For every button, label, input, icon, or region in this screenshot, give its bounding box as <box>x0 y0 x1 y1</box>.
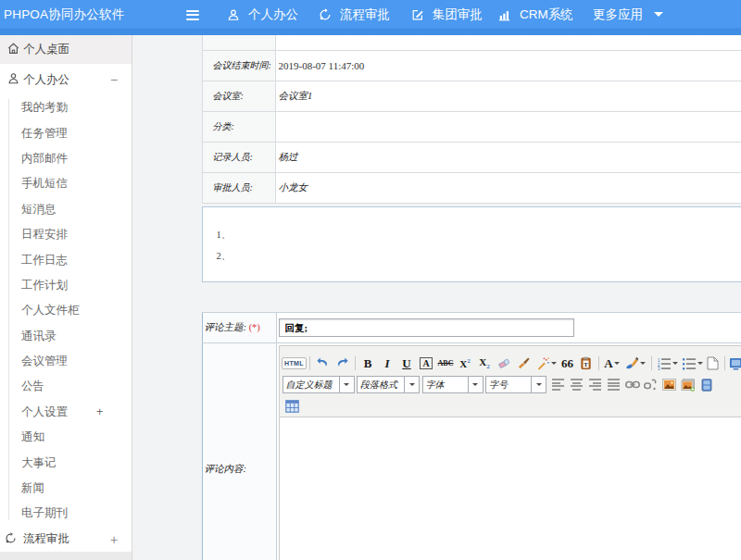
select-arrow-icon[interactable] <box>469 376 484 393</box>
font-size-select[interactable]: 字号 <box>485 376 546 393</box>
sidebar-item-personal-desktop[interactable]: 个人桌面 <box>0 35 132 64</box>
align-justify-icon[interactable] <box>605 376 623 393</box>
sidebar-horizontal-scrollbar[interactable] <box>0 552 132 560</box>
content-line: 1、 <box>217 225 741 246</box>
comment-subject-input[interactable] <box>279 318 574 337</box>
sidebar-item-work-log[interactable]: 工作日志 <box>0 247 132 272</box>
workflow-icon <box>5 532 17 547</box>
subscript-icon[interactable]: X2 <box>475 355 495 372</box>
sidebar-item-my-attendance[interactable]: 我的考勤 <box>0 95 132 120</box>
fullscreen-icon[interactable] <box>728 355 741 372</box>
multi-image-icon[interactable] <box>679 376 697 393</box>
field-label: 会议结束时间: <box>202 51 275 81</box>
strikethrough-icon[interactable]: ABC <box>436 355 456 372</box>
table-row-comment-content: 评论内容: HTML <box>202 343 741 560</box>
select-arrow-icon[interactable] <box>532 376 546 393</box>
eraser-icon[interactable] <box>495 355 514 372</box>
sidebar-item-personal-files[interactable]: 个人文件柜 <box>0 298 132 323</box>
sidebar-item-notification[interactable]: 通知 <box>0 425 132 450</box>
unordered-list-icon[interactable] <box>680 355 705 372</box>
media-icon[interactable] <box>697 376 716 393</box>
table-row-end-time: 会议结束时间: 2019-08-07 11:47:00 <box>202 51 741 81</box>
font-name-icon[interactable]: A <box>417 355 436 372</box>
field-value: 会议室1 <box>279 91 313 101</box>
sidebar-item-work-plan[interactable]: 工作计划 <box>0 273 132 298</box>
ordered-list-icon[interactable]: 123 <box>655 355 680 372</box>
table-row-approver: 审批人员: 小龙女 <box>202 173 741 204</box>
sidebar-submenu: 我的考勤 任务管理 内部邮件 手机短信 短消息 日程安排 工作日志 工作计划 个… <box>0 95 132 527</box>
align-left-icon[interactable] <box>549 376 568 393</box>
sidebar: 个人桌面 个人办公 − 我的考勤 任务管理 内部邮件 手机短信 短消息 日程安排… <box>0 35 132 560</box>
font-family-select[interactable]: 字体 <box>422 376 484 393</box>
paragraph-select[interactable]: 段落格式 <box>357 376 420 393</box>
align-right-icon[interactable] <box>586 376 605 393</box>
source-code-button[interactable]: HTML <box>283 355 307 372</box>
rich-text-editor: HTML B I U <box>279 345 741 560</box>
editor-content-area[interactable] <box>280 417 741 560</box>
sidebar-item-label: 个人办公 <box>23 72 69 88</box>
underline-icon[interactable]: U <box>397 355 417 372</box>
sidebar-item-news[interactable]: 新闻 <box>0 476 132 501</box>
sidebar-item-meeting-management[interactable]: 会议管理 <box>0 349 132 374</box>
font-color-icon[interactable]: A <box>602 355 622 372</box>
nav-item-label: 个人办公 <box>248 6 298 23</box>
table-row-recorder: 记录人员: 杨过 <box>202 143 741 173</box>
undo-icon[interactable] <box>313 355 333 372</box>
nav-item-label: 流程审批 <box>340 6 390 23</box>
caret-down-icon <box>654 12 663 17</box>
sidebar-item-short-message[interactable]: 短消息 <box>0 197 132 222</box>
user-icon <box>227 8 240 21</box>
format-brush-icon[interactable] <box>514 355 534 372</box>
sidebar-item-e-journal[interactable]: 电子期刊 <box>0 501 132 526</box>
svg-text:T: T <box>584 361 588 367</box>
sidebar-item-task-management[interactable]: 任务管理 <box>0 120 132 145</box>
svg-text:3: 3 <box>658 367 660 370</box>
align-center-icon[interactable] <box>568 376 586 393</box>
sidebar-item-contacts[interactable]: 通讯录 <box>0 324 132 349</box>
image-icon[interactable] <box>660 376 679 393</box>
marker-pen-icon[interactable] <box>622 355 648 372</box>
sidebar-item-sms[interactable]: 手机短信 <box>0 171 132 196</box>
heading-select[interactable]: 自定义标题 <box>283 376 355 393</box>
nav-item-personal-office[interactable]: 个人办公 <box>227 0 298 29</box>
nav-item-crm[interactable]: CRM系统 <box>498 0 573 29</box>
magic-wand-icon[interactable] <box>534 355 559 372</box>
hamburger-menu-icon[interactable] <box>186 10 199 22</box>
required-mark: (*) <box>249 322 260 332</box>
sidebar-item-internal-mail[interactable]: 内部邮件 <box>0 146 132 171</box>
sidebar-item-personal-settings[interactable]: 个人设置+ <box>0 400 132 425</box>
nav-item-more-apps[interactable]: 更多应用 <box>593 0 643 29</box>
sidebar-item-personal-office[interactable]: 个人办公 − <box>0 64 132 95</box>
bar-chart-icon <box>498 8 511 21</box>
field-label: 审批人员: <box>202 173 275 204</box>
nav-item-group-approval[interactable]: 集团审批 <box>411 0 483 29</box>
sidebar-item-schedule[interactable]: 日程安排 <box>0 222 132 247</box>
main-content: 会议结束时间: 2019-08-07 11:47:00 会议室: 会议室1 分类… <box>133 35 741 560</box>
select-arrow-icon[interactable] <box>340 376 355 393</box>
link-icon[interactable] <box>623 376 642 393</box>
sidebar-item-milestones[interactable]: 大事记 <box>0 450 132 475</box>
new-page-icon[interactable] <box>705 355 722 372</box>
comment-form-table: 评论主题: (*) 评论内容: HTML <box>202 312 741 560</box>
home-icon <box>7 43 19 57</box>
sidebar-item-workflow-approval[interactable]: 流程审批 + <box>0 527 132 553</box>
edit-approve-icon <box>411 8 424 21</box>
blockquote-icon[interactable]: 66 <box>559 355 576 372</box>
sidebar-item-announcement[interactable]: 公告 <box>0 374 132 399</box>
bold-icon[interactable]: B <box>358 355 378 372</box>
expand-plus-icon[interactable]: + <box>110 532 118 547</box>
field-label: 评论内容: <box>202 343 276 560</box>
table-icon[interactable] <box>283 397 302 415</box>
redo-icon[interactable] <box>333 355 352 372</box>
field-value: 小龙女 <box>279 182 308 193</box>
top-navbar: PHPOA协同办公软件 个人办公 流程审批 集团审批 CRM系统 更多应用 <box>0 0 741 35</box>
collapse-minus-icon[interactable]: − <box>110 72 118 87</box>
expand-plus-icon[interactable]: + <box>96 405 103 418</box>
unlink-icon[interactable] <box>642 376 660 393</box>
paste-text-icon[interactable]: T <box>576 355 596 372</box>
italic-icon[interactable]: I <box>378 355 397 372</box>
nav-item-workflow-approval[interactable]: 流程审批 <box>319 0 390 29</box>
superscript-icon[interactable]: X2 <box>456 355 475 372</box>
select-arrow-icon[interactable] <box>405 376 420 393</box>
field-label: 评论主题: (*) <box>202 313 276 343</box>
